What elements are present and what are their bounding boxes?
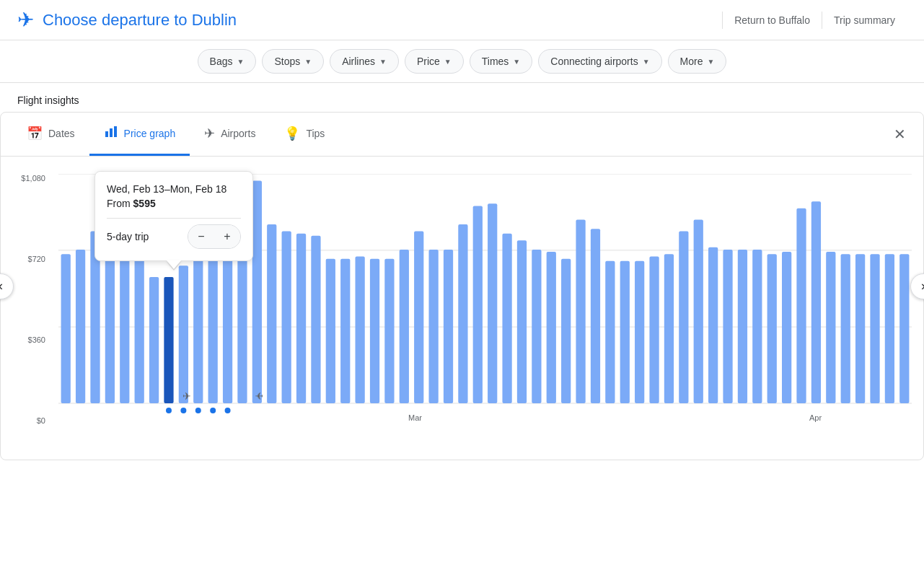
svg-rect-27 [282, 232, 291, 404]
svg-rect-29 [311, 236, 320, 403]
insights-panel: ‹ › 📅 Dates Price graph ✈ Airports 💡 Tip… [0, 112, 924, 460]
tips-icon: 💡 [284, 126, 300, 141]
departure-icon: ✈ [182, 390, 191, 402]
svg-rect-36 [414, 232, 423, 404]
svg-rect-58 [738, 250, 747, 403]
svg-rect-66 [855, 254, 865, 403]
svg-rect-51 [635, 261, 644, 403]
svg-rect-65 [841, 254, 850, 403]
calendar-icon: 📅 [27, 126, 43, 141]
stepper-plus-button[interactable]: + [214, 225, 240, 248]
svg-rect-31 [340, 259, 350, 403]
filter-chip-bags[interactable]: Bags▼ [198, 49, 257, 74]
tooltip-price: From $595 [107, 198, 241, 209]
x-label-apr: Apr [809, 413, 822, 422]
tooltip-arrow [167, 260, 181, 269]
bar-chart-icon [104, 124, 118, 142]
svg-rect-33 [370, 259, 379, 403]
tab-dates[interactable]: 📅 Dates [12, 114, 89, 155]
svg-rect-28 [296, 234, 306, 403]
svg-rect-35 [400, 250, 409, 403]
filter-label-more: More [680, 56, 703, 67]
filter-chip-price[interactable]: Price▼ [405, 49, 464, 74]
svg-rect-47 [576, 220, 585, 403]
svg-rect-64 [826, 252, 835, 403]
svg-rect-46 [561, 259, 571, 403]
stepper-minus-button[interactable]: − [188, 225, 214, 248]
x-axis: Mar Apr [58, 402, 912, 425]
svg-rect-38 [444, 250, 453, 403]
chevron-down-icon-times: ▼ [513, 58, 520, 66]
trip-duration-stepper[interactable]: − + [188, 224, 241, 249]
y-label-360: $360 [28, 335, 45, 344]
svg-rect-16 [179, 265, 188, 403]
tab-airports[interactable]: ✈ Airports [190, 114, 270, 155]
filter-label-airlines: Airlines [342, 56, 375, 67]
nav-step-return-label: Return to Buffalo [734, 14, 810, 26]
svg-rect-1 [110, 128, 113, 137]
tab-dates-label: Dates [48, 128, 75, 139]
svg-rect-52 [649, 256, 659, 403]
y-axis: $1,080 $720 $360 $0 [1, 174, 51, 425]
svg-rect-32 [356, 256, 365, 403]
svg-rect-14 [164, 277, 173, 403]
chevron-down-icon-stops: ▼ [304, 58, 312, 66]
filter-chip-connecting-airports[interactable]: Connecting airports▼ [538, 49, 661, 74]
tooltip-date: Wed, Feb 13–Mon, Feb 18 [107, 183, 241, 195]
filter-label-stops: Stops [274, 56, 300, 67]
plane-icon: ✈ [17, 8, 34, 32]
tabs-bar: 📅 Dates Price graph ✈ Airports 💡 Tips ✕ [1, 113, 923, 157]
svg-rect-30 [326, 259, 335, 403]
filter-chip-times[interactable]: Times▼ [470, 49, 533, 74]
svg-rect-53 [664, 254, 674, 403]
svg-rect-67 [870, 254, 879, 403]
tab-price-graph-label: Price graph [124, 128, 176, 139]
tooltip-box: Wed, Feb 13–Mon, Feb 18 From $595 5-day … [94, 171, 253, 261]
svg-rect-42 [502, 234, 511, 403]
arrival-icon: ✈ [255, 390, 263, 402]
y-label-0: $0 [37, 416, 45, 425]
svg-rect-34 [384, 259, 394, 403]
svg-rect-2 [114, 126, 117, 137]
tooltip-trip-label: 5-day trip [107, 231, 149, 242]
svg-rect-26 [267, 224, 276, 403]
tab-airports-label: Airports [221, 128, 255, 139]
svg-rect-48 [591, 229, 600, 403]
nav-step-summary[interactable]: Trip summary [822, 14, 907, 26]
chevron-down-icon-price: ▼ [444, 58, 452, 66]
svg-rect-20 [208, 242, 218, 403]
airport-icon: ✈ [204, 126, 215, 141]
svg-rect-54 [679, 232, 688, 404]
close-button[interactable]: ✕ [888, 120, 912, 149]
svg-rect-68 [885, 254, 894, 403]
tooltip-from-label: From [107, 198, 131, 209]
svg-rect-37 [428, 250, 438, 403]
chevron-down-icon-more: ▼ [707, 58, 714, 66]
tooltip-divider [107, 218, 241, 219]
svg-rect-39 [458, 224, 467, 403]
svg-rect-7 [61, 254, 71, 403]
tab-tips[interactable]: 💡 Tips [270, 114, 339, 155]
svg-rect-8 [76, 250, 85, 403]
svg-rect-59 [752, 250, 762, 403]
svg-rect-45 [547, 252, 556, 403]
filter-chip-stops[interactable]: Stops▼ [262, 49, 324, 74]
svg-rect-0 [105, 131, 108, 137]
tab-price-graph[interactable]: Price graph [89, 113, 190, 156]
chevron-down-icon-bags: ▼ [237, 58, 245, 66]
svg-rect-63 [811, 201, 821, 403]
svg-rect-13 [149, 277, 159, 403]
chart-area: Wed, Feb 13–Mon, Feb 18 From $595 5-day … [1, 157, 923, 460]
tooltip-price-amount: $595 [133, 198, 156, 209]
filter-label-connecting-airports: Connecting airports [550, 56, 638, 67]
insights-label: Flight insights [0, 83, 924, 112]
filter-chip-more[interactable]: More▼ [668, 49, 727, 74]
svg-rect-25 [252, 181, 262, 403]
filter-chip-airlines[interactable]: Airlines▼ [330, 49, 399, 74]
filter-label-bags: Bags [210, 56, 233, 67]
svg-rect-41 [488, 203, 497, 403]
svg-rect-60 [767, 254, 777, 403]
header-nav: Return to Buffalo Trip summary [722, 12, 907, 29]
nav-step-return[interactable]: Return to Buffalo [723, 14, 822, 26]
svg-rect-49 [605, 261, 615, 403]
